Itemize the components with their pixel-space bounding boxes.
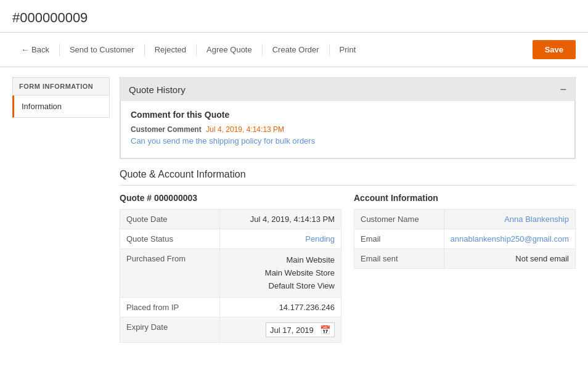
page-header: #000000009 bbox=[0, 0, 588, 32]
table-row: Customer Name Anna Blankenship bbox=[354, 210, 576, 229]
toolbar-divider-4 bbox=[262, 44, 263, 56]
comment-text: Can you send me the shipping policy for … bbox=[131, 136, 565, 146]
agree-quote-button[interactable]: Agree Quote bbox=[198, 41, 261, 58]
expiry-date-label: Expiry Date bbox=[120, 318, 220, 343]
main-layout: FORM INFORMATION Information Quote Histo… bbox=[0, 67, 588, 353]
toolbar-divider-3 bbox=[196, 44, 197, 56]
create-order-button[interactable]: Create Order bbox=[264, 41, 328, 58]
qa-section: Quote & Account Information Quote # 0000… bbox=[120, 169, 576, 343]
account-col-title: Account Information bbox=[354, 193, 576, 203]
expiry-date-input-wrap[interactable]: 📅 bbox=[266, 322, 335, 337]
quote-info-table: Quote Date Jul 4, 2019, 4:14:13 PM Quote… bbox=[120, 209, 341, 343]
page-title: #000000009 bbox=[12, 10, 576, 26]
table-row: Purchased From Main WebsiteMain Website … bbox=[120, 249, 341, 298]
toolbar-divider-2 bbox=[144, 44, 145, 56]
qa-columns: Quote # 000000003 Quote Date Jul 4, 2019… bbox=[120, 193, 576, 343]
purchased-from-label: Purchased From bbox=[120, 249, 220, 298]
comment-section: Comment for this Quote Customer Comment … bbox=[120, 101, 575, 158]
email-label: Email bbox=[354, 229, 444, 249]
account-col: Account Information Customer Name Anna B… bbox=[354, 193, 576, 343]
comment-date: Jul 4, 2019, 4:14:13 PM bbox=[206, 125, 284, 134]
email-sent-label: Email sent bbox=[354, 249, 444, 269]
table-row: Email sent Not send email bbox=[354, 249, 576, 269]
quote-history-header[interactable]: Quote History − bbox=[120, 78, 575, 101]
table-row: Expiry Date 📅 bbox=[120, 318, 341, 343]
table-row: Placed from IP 14.177.236.246 bbox=[120, 298, 341, 318]
back-button[interactable]: ← Back bbox=[12, 41, 58, 58]
table-row: Quote Date Jul 4, 2019, 4:14:13 PM bbox=[120, 210, 341, 229]
back-arrow-icon: ← bbox=[21, 45, 29, 54]
quote-history-title: Quote History bbox=[129, 84, 186, 95]
quote-status-value: Pending bbox=[219, 229, 341, 249]
quote-date-label: Quote Date bbox=[120, 210, 220, 229]
toolbar-divider bbox=[59, 44, 60, 56]
comment-section-title: Comment for this Quote bbox=[131, 110, 565, 120]
sidebar-section-title: FORM INFORMATION bbox=[12, 77, 110, 96]
quote-history-panel: Quote History − Comment for this Quote C… bbox=[120, 77, 576, 159]
placed-from-ip-label: Placed from IP bbox=[120, 298, 220, 318]
toolbar-divider-5 bbox=[329, 44, 330, 56]
quote-status-label: Quote Status bbox=[120, 229, 220, 249]
toolbar: ← Back Send to Customer Rejected Agree Q… bbox=[0, 33, 588, 67]
expiry-date-cell: 📅 bbox=[219, 318, 341, 343]
table-row: Email annablankenship250@gmail.com bbox=[354, 229, 576, 249]
rejected-button[interactable]: Rejected bbox=[146, 41, 195, 58]
customer-name-value: Anna Blankenship bbox=[444, 210, 575, 229]
qa-section-title: Quote & Account Information bbox=[120, 169, 576, 186]
expiry-date-input[interactable] bbox=[270, 326, 316, 335]
account-info-table: Customer Name Anna Blankenship Email ann… bbox=[354, 209, 576, 269]
print-button[interactable]: Print bbox=[331, 41, 365, 58]
send-to-customer-button[interactable]: Send to Customer bbox=[61, 41, 143, 58]
customer-name-label: Customer Name bbox=[354, 210, 444, 229]
comment-label: Customer Comment bbox=[131, 125, 202, 134]
email-value: annablankenship250@gmail.com bbox=[444, 229, 575, 249]
quote-date-value: Jul 4, 2019, 4:14:13 PM bbox=[219, 210, 341, 229]
placed-from-ip-value: 14.177.236.246 bbox=[219, 298, 341, 318]
quote-col-title: Quote # 000000003 bbox=[120, 193, 341, 203]
quote-history-toggle-icon: − bbox=[560, 84, 566, 95]
quote-col: Quote # 000000003 Quote Date Jul 4, 2019… bbox=[120, 193, 341, 343]
content-area: Quote History − Comment for this Quote C… bbox=[120, 77, 576, 343]
sidebar: FORM INFORMATION Information bbox=[12, 77, 110, 343]
calendar-icon[interactable]: 📅 bbox=[320, 325, 330, 335]
email-sent-value: Not send email bbox=[444, 249, 575, 269]
table-row: Quote Status Pending bbox=[120, 229, 341, 249]
save-button[interactable]: Save bbox=[533, 40, 576, 59]
purchased-from-value: Main WebsiteMain Website StoreDefault St… bbox=[219, 249, 341, 298]
sidebar-item-information[interactable]: Information bbox=[12, 96, 110, 118]
comment-meta: Customer Comment Jul 4, 2019, 4:14:13 PM bbox=[131, 125, 565, 134]
